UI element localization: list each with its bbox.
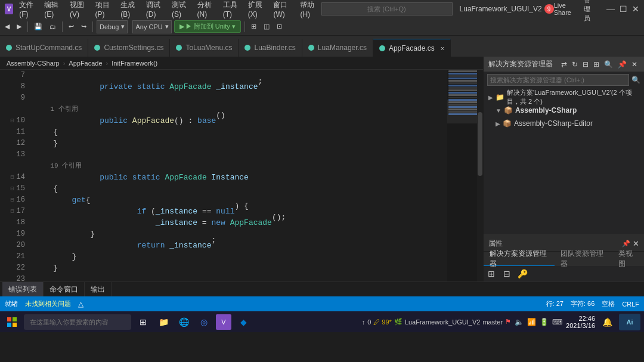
tab-startupcommand[interactable]: StartUpCommand.cs (0, 39, 88, 57)
tab-class-view[interactable]: 类视图 (612, 252, 644, 266)
menu-tools[interactable]: 工具(T) (219, 0, 243, 20)
taskbar-chrome-btn[interactable]: ◎ (196, 314, 212, 330)
code-line-20: return _instance; (35, 240, 447, 251)
tree-item-assembly-editor[interactable]: ▶ 📦 Assembly-CSharp-Editor (484, 117, 644, 130)
code-line-13 (35, 149, 447, 160)
ln-21: 21 (0, 251, 25, 262)
attach-unity-btn[interactable]: ▶ ▶ 附加到 Unity ▾ (174, 20, 241, 33)
taskbar-file-btn[interactable]: 📁 (155, 314, 172, 330)
se-props-btn[interactable]: ⊞ (592, 60, 601, 69)
ai-btn[interactable]: Ai (619, 314, 640, 330)
redo-btn[interactable]: ↪ (79, 21, 89, 32)
notification-btn[interactable]: 🔔 (599, 314, 615, 330)
taskbar-vs-btn[interactable]: V (216, 314, 231, 330)
tab-appfacade[interactable]: AppFacade.cs × (373, 39, 451, 57)
taskbar-edge-btn[interactable]: 🌐 (175, 314, 192, 330)
tab-customsettings[interactable]: CustomSettings.cs (88, 39, 170, 57)
solution-explorer-title: 解决方案资源管理器 (488, 59, 553, 69)
svg-rect-2 (7, 323, 11, 327)
errorbar-tab-errors[interactable]: 错误列表 (2, 282, 44, 296)
menu-test[interactable]: 测试(S) (168, 0, 193, 20)
props-sort-btn[interactable]: ⊟ (500, 267, 513, 280)
titlebar-right: Live Share 管理员 — ☐ ✕ (554, 0, 639, 23)
maximize-btn[interactable]: ☐ (620, 4, 627, 14)
props-filter-btn[interactable]: 🔑 (516, 267, 529, 280)
editor-scrollbar[interactable] (477, 70, 483, 281)
minimize-btn[interactable]: — (606, 4, 615, 14)
start-button[interactable] (4, 314, 20, 330)
toolbar-misc-2[interactable]: ◫ (261, 21, 272, 32)
tree-item-solution[interactable]: ▶ 📁 解决方案'LuaFramework_UGUI_V2'(2 个项目，共 2… (484, 91, 644, 104)
errorbar-tab-output[interactable]: 输出 (85, 282, 112, 296)
scrollbar-thumb[interactable] (478, 112, 482, 176)
close-btn[interactable]: ✕ (632, 4, 639, 14)
live-share-btn[interactable]: Live Share (554, 2, 575, 16)
code-content[interactable]: private static AppFacade _instance; 1 个引… (30, 70, 447, 281)
undo-btn[interactable]: ↩ (66, 21, 76, 32)
se-collapse-btn[interactable]: ⊟ (581, 60, 590, 69)
back-btn[interactable]: ◀ (2, 21, 12, 32)
save-btn[interactable]: 💾 (32, 21, 45, 32)
se-search-btn[interactable]: 🔍 (602, 60, 615, 69)
forward-btn[interactable]: ▶ (14, 21, 24, 32)
toolbar-misc-3[interactable]: ⊡ (274, 21, 284, 32)
tab-close-appfacade[interactable]: × (441, 45, 444, 52)
tab-icon-custom (94, 45, 100, 51)
tray-icon-4: ⌨ (552, 318, 562, 326)
props-grid-btn[interactable]: ⊞ (485, 267, 498, 280)
menu-window[interactable]: 窗口(W) (270, 0, 295, 20)
se-sync-btn[interactable]: ⇄ (559, 60, 569, 69)
svg-rect-0 (7, 317, 11, 321)
taskbar-search-input[interactable] (24, 314, 131, 330)
solution-explorer-btns: ⇄ ↻ ⊟ ⊞ 🔍 📌 ✕ (559, 60, 639, 69)
pin-btn[interactable]: 📌 (622, 239, 630, 248)
se-pin-btn[interactable]: 📌 (616, 60, 628, 69)
se-close-btn[interactable]: ✕ (630, 60, 639, 69)
menu-analyze[interactable]: 分析(N) (194, 0, 218, 20)
breadcrumb-assembly[interactable]: Assembly-CSharp (7, 60, 60, 67)
save-all-btn[interactable]: 🗂 (47, 22, 58, 32)
toolbar-misc-1[interactable]: ⊞ (249, 21, 259, 32)
menu-edit[interactable]: 编辑(E) (41, 0, 65, 20)
ln-18: 18 (0, 217, 25, 228)
tab-team-explorer[interactable]: 团队资源管理器 (555, 252, 612, 266)
debug-config-dropdown[interactable]: Debug ▾ (97, 20, 128, 33)
solution-search-input[interactable] (487, 74, 629, 86)
breadcrumb-file[interactable]: AppFacade (69, 60, 102, 67)
tab-luabinder[interactable]: LuaBinder.cs (239, 39, 302, 57)
breadcrumb-method[interactable]: InitFramework() (112, 60, 157, 67)
close-props-btn[interactable]: ✕ (633, 239, 639, 248)
tab-toluamenu[interactable]: ToLuaMenu.cs (170, 39, 239, 57)
toolbar-sep-3 (92, 21, 93, 32)
title-center: LuaFramework_UGUI_V2 9 (321, 2, 554, 16)
menu-project[interactable]: 项目(P) (92, 0, 116, 20)
menu-view[interactable]: 视图(V) (66, 0, 91, 20)
menu-build[interactable]: 生成(B) (117, 0, 141, 20)
status-bar: 就绪 未找到相关问题 △ 行: 27 字符: 66 空格 CRLF (0, 296, 644, 311)
ln-ref2 (0, 160, 25, 172)
menu-debug[interactable]: 调试(D) (143, 0, 167, 20)
cpu-dropdown[interactable]: Any CPU ▾ (132, 20, 171, 33)
status-encoding: CRLF (622, 301, 639, 308)
statusbar-left: 就绪 未找到相关问题 △ (5, 299, 83, 308)
git-up-count: 0 (367, 318, 371, 326)
solution-search-icon[interactable]: 🔍 (631, 76, 640, 84)
menu-help[interactable]: 帮助(H) (296, 0, 321, 20)
global-search-input[interactable] (321, 2, 453, 16)
se-refresh-btn[interactable]: ↻ (570, 60, 580, 69)
solution-explorer-header: 解决方案资源管理器 ⇄ ↻ ⊟ ⊞ 🔍 📌 ✕ (484, 57, 644, 72)
taskbar-vscode-btn[interactable]: ◆ (235, 314, 252, 330)
manage-btn[interactable]: 管理员 (584, 0, 597, 23)
taskbar-view-btn[interactable]: ⊞ (135, 314, 151, 330)
menu-file[interactable]: 文件(F) (16, 0, 39, 20)
git-branch-name: master (482, 318, 503, 326)
tab-luamanager[interactable]: LuaManager.cs (302, 39, 373, 57)
tab-label-startup: StartUpCommand.cs (16, 44, 82, 52)
tab-solution-explorer[interactable]: 解决方案资源管理器 (484, 252, 555, 266)
clock-date: 2021/3/16 (566, 322, 595, 329)
code-line-18: _instance = new AppFacade(); (35, 217, 447, 228)
editor-container: Assembly-CSharp › AppFacade › InitFramew… (0, 57, 483, 281)
menu-extensions[interactable]: 扩展(X) (244, 0, 269, 20)
errorbar-tab-cmd[interactable]: 命令窗口 (44, 282, 85, 296)
clock-time: 22:46 (566, 315, 595, 322)
